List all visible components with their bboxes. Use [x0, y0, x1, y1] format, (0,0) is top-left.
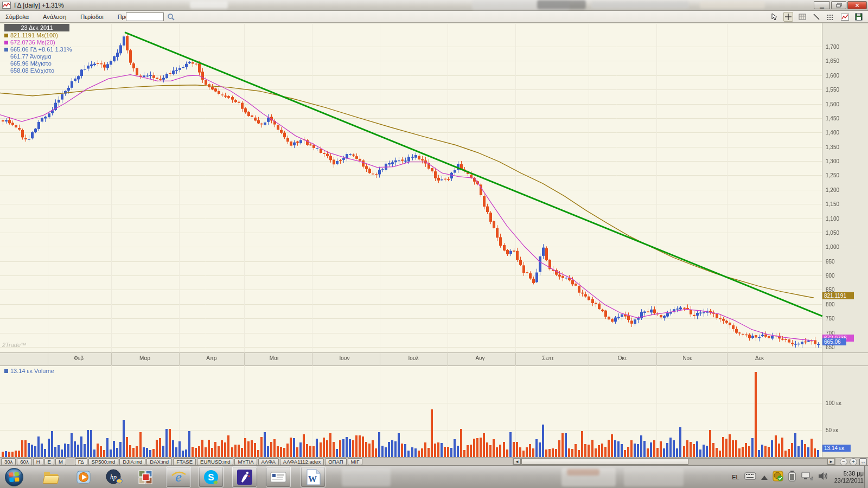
tab-Ε[interactable]: Ε [44, 458, 54, 465]
price-tick-label: 1,650 [826, 58, 839, 64]
month-label: Οκτ [618, 355, 627, 361]
price-volume-chart[interactable] [0, 23, 868, 457]
explorer-icon[interactable] [41, 467, 61, 487]
tab-ΜΙΓ[interactable]: ΜΙΓ [348, 458, 363, 465]
trading-app-button[interactable] [232, 466, 257, 487]
antivirus-icon[interactable] [773, 471, 783, 484]
last-price-tag: 665.06 [822, 338, 846, 345]
price-tick-label: 1,600 [826, 72, 839, 78]
price-tick-label: 1,200 [826, 187, 839, 192]
media-player-icon[interactable] [74, 467, 93, 487]
chart-icon[interactable] [840, 12, 850, 22]
fit-view-button[interactable]: ↔ [859, 458, 867, 466]
close-button[interactable]: ✕ [847, 1, 867, 9]
desktop: ΓΔ [daily] +1.31% ▁ ✕ Σύμβολα Ανάλυση Πε… [0, 0, 868, 488]
volume-icon[interactable] [818, 471, 827, 483]
legend-open: 661.77 Άνοιγμα [10, 53, 52, 61]
skype-button[interactable]: S [199, 466, 224, 487]
volume-swatch [4, 369, 8, 373]
clock-time: 5:38 μμ [834, 470, 864, 477]
clock[interactable]: 5:38 μμ 23/12/2011 [834, 470, 864, 484]
month-label: Αυγ [475, 355, 484, 361]
save-icon[interactable] [854, 12, 864, 22]
search-icon[interactable] [167, 13, 175, 23]
tab-SP500:ind[interactable]: SP500:ind [88, 458, 119, 465]
show-hidden-icons[interactable] [761, 472, 768, 482]
show-desktop-button[interactable] [864, 466, 868, 488]
menu-symbols[interactable]: Σύμβολα [4, 12, 30, 21]
bottom-bar: 30λ60λΗΕΜΓΔSP500:indDJIA:indDAX:indFTASE… [0, 457, 868, 465]
pattern-icon[interactable] [826, 12, 835, 22]
clock-date: 23/12/2011 [834, 477, 864, 484]
internet-explorer-button[interactable]: e [166, 466, 191, 487]
price-swatch [4, 48, 8, 52]
legend-low: 658.08 Ελάχιστο [10, 67, 54, 75]
tab-60λ[interactable]: 60λ [17, 458, 31, 465]
tab-Μ[interactable]: Μ [55, 458, 66, 465]
app-chart-icon [2, 2, 11, 9]
cursor-icon[interactable] [769, 12, 779, 22]
hp-icon[interactable]: hp [104, 467, 124, 487]
scroll-right-icon[interactable]: ► [827, 459, 835, 465]
background-window-smudge [700, 1, 765, 9]
tab-Η[interactable]: Η [33, 458, 43, 465]
network-icon[interactable] [801, 471, 813, 483]
tab-DJIA:ind[interactable]: DJIA:ind [119, 458, 145, 465]
zoom-in-button[interactable]: + [850, 458, 857, 466]
tab-30λ[interactable]: 30λ [1, 458, 16, 465]
month-label: Σεπτ [542, 355, 554, 361]
system-tray: EL 5:38 μμ 23/12/2011 [732, 466, 864, 488]
ma100-price-tag: 821.1191 [822, 292, 854, 299]
price-tick-label: 1,500 [826, 101, 839, 107]
window-title: ΓΔ [daily] +1.31% [14, 2, 64, 9]
trendline-icon[interactable] [812, 12, 821, 22]
zoom-out-button[interactable]: − [840, 458, 847, 466]
price-tick-label: 1,400 [826, 130, 839, 136]
notes-app-button[interactable] [266, 466, 291, 487]
grid-icon[interactable] [797, 12, 807, 22]
scrollbar-thumb[interactable] [521, 459, 688, 465]
menu-analysis[interactable]: Ανάλυση [42, 12, 67, 21]
month-label: Δεκ [755, 355, 764, 361]
tab-ΑΛΦΑ1112:adex[interactable]: ΑΛΦΑ1112:adex [280, 458, 324, 465]
price-tick-label: 1,300 [826, 158, 839, 164]
price-tick-label: 1,000 [826, 244, 839, 250]
language-indicator[interactable]: EL [732, 474, 739, 480]
tab-ΟΠΑΠ[interactable]: ΟΠΑΠ [325, 458, 346, 465]
month-label: Νοε [682, 355, 692, 361]
tab-ΓΔ[interactable]: ΓΔ [75, 458, 87, 465]
month-label: Ιουν [340, 355, 350, 361]
volume-tick-label: 50 εκ [826, 427, 838, 433]
keyboard-icon[interactable] [744, 472, 756, 482]
minimize-button[interactable]: ▁ [814, 1, 830, 9]
volume-tag: 13.14 εκ [822, 445, 851, 452]
scroll-left-icon[interactable]: ◄ [513, 459, 521, 465]
tab-EURUSD:ind[interactable]: EURUSD:ind [197, 458, 233, 465]
word-button[interactable]: W [301, 466, 326, 487]
month-label: Ιουλ [409, 355, 419, 361]
month-label: Μαι [270, 355, 278, 361]
battery-icon[interactable] [788, 471, 796, 484]
tab-ΑΛΦΑ[interactable]: ΑΛΦΑ [258, 458, 279, 465]
tab-DAX:ind[interactable]: DAX:ind [146, 458, 172, 465]
crosshair-icon[interactable] [783, 12, 793, 22]
photo-collage-icon[interactable] [136, 467, 155, 487]
month-label: Μαρ [139, 355, 150, 361]
price-tick-label: 900 [826, 273, 835, 279]
price-tick-label: 750 [826, 316, 835, 322]
legend-last-price: 665.06 ΓΔ +8.61 1.31% [10, 46, 72, 54]
menu-periods[interactable]: Περίοδοι [79, 12, 104, 21]
chart-legend: 23 Δεκ 2011 821.1191 Με(100) 672.0736 Με… [4, 24, 72, 74]
background-window-smudge [190, 1, 228, 9]
symbol-search-input[interactable] [126, 12, 164, 21]
legend-ma20: 672.0736 Με(20) [10, 39, 55, 47]
price-tick-label: 1,700 [826, 44, 839, 50]
price-tick-label: 1,250 [826, 172, 839, 178]
start-button[interactable] [4, 467, 24, 487]
tab-FTASE[interactable]: FTASE [173, 458, 196, 465]
price-tick-label: 800 [826, 301, 835, 307]
tab-ΜΥΤΙΛ[interactable]: ΜΥΤΙΛ [234, 458, 257, 465]
restore-button[interactable] [831, 1, 846, 9]
svg-text:W: W [308, 474, 317, 484]
horizontal-scrollbar[interactable]: ◄ ► [513, 458, 835, 465]
